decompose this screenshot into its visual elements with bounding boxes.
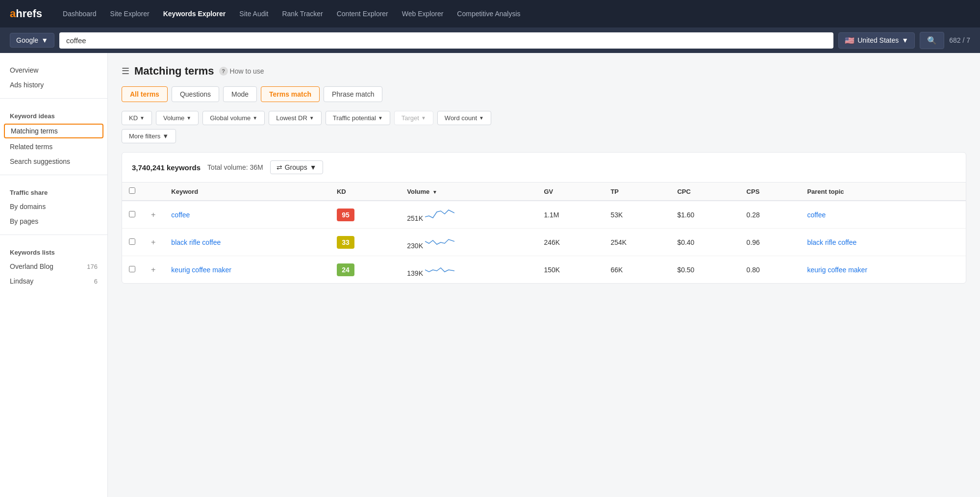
sidebar: Overview Ads history Keyword ideas Match… bbox=[0, 53, 108, 497]
main-content: ☰ Matching terms ? How to use All termsQ… bbox=[108, 53, 980, 497]
filter-btn-traffic-potential[interactable]: Traffic potential ▼ bbox=[326, 111, 390, 125]
tab-all-terms[interactable]: All terms bbox=[122, 86, 168, 102]
row-cps-cell: 0.28 bbox=[740, 201, 801, 229]
sparkline-chart bbox=[425, 214, 454, 222]
table-body: + coffee 95 251K 1.1M 53K $1.60 0.28 cof… bbox=[122, 201, 966, 283]
more-filters-chevron-icon: ▼ bbox=[162, 132, 169, 140]
more-filters-button[interactable]: More filters ▼ bbox=[122, 129, 176, 143]
nav-link-rank-tracker[interactable]: Rank Tracker bbox=[276, 6, 328, 22]
how-to-use-link[interactable]: ? How to use bbox=[219, 67, 264, 76]
nav-link-site-explorer[interactable]: Site Explorer bbox=[104, 6, 155, 22]
row-parent-topic-cell: black rifle coffee bbox=[800, 229, 966, 256]
sidebar-divider-2 bbox=[0, 175, 107, 175]
th-tp: TP bbox=[603, 183, 670, 201]
tab-mode[interactable]: Mode bbox=[223, 86, 257, 102]
hamburger-icon[interactable]: ☰ bbox=[122, 66, 129, 77]
row-checkbox[interactable] bbox=[129, 211, 135, 217]
sidebar-item-by-pages[interactable]: By pages bbox=[0, 214, 107, 229]
th-volume[interactable]: Volume ▼ bbox=[400, 183, 537, 201]
search-button[interactable]: 🔍 bbox=[920, 32, 944, 49]
engine-label: Google bbox=[16, 36, 38, 44]
groups-button[interactable]: ⇄ Groups ▼ bbox=[270, 160, 323, 174]
nav-link-web-explorer[interactable]: Web Explorer bbox=[396, 6, 450, 22]
sidebar-section-traffic-share: Traffic share bbox=[0, 181, 107, 199]
parent-topic-link[interactable]: keurig coffee maker bbox=[807, 266, 867, 274]
total-volume: Total volume: 36M bbox=[207, 163, 263, 171]
search-input-wrap bbox=[59, 32, 833, 49]
table-row: + coffee 95 251K 1.1M 53K $1.60 0.28 cof… bbox=[122, 201, 966, 229]
row-cpc-cell: $0.50 bbox=[670, 256, 739, 284]
nav-link-site-audit[interactable]: Site Audit bbox=[233, 6, 274, 22]
nav-link-dashboard[interactable]: Dashboard bbox=[57, 6, 102, 22]
row-cpc-cell: $0.40 bbox=[670, 229, 739, 256]
filter-chevron-icon: ▼ bbox=[378, 115, 383, 121]
sidebar-item-lindsay[interactable]: Lindsay 6 bbox=[0, 274, 107, 288]
tab-terms-match[interactable]: Terms match bbox=[261, 86, 320, 102]
row-gv-cell: 1.1M bbox=[537, 201, 603, 229]
engine-dropdown[interactable]: Google ▼ bbox=[10, 33, 54, 48]
volume-value: 251K bbox=[407, 214, 423, 222]
help-circle-icon: ? bbox=[219, 67, 228, 76]
parent-topic-link[interactable]: coffee bbox=[807, 211, 826, 219]
row-keyword-cell: coffee bbox=[164, 201, 330, 229]
row-volume-cell: 251K bbox=[400, 201, 537, 229]
logo[interactable]: ahrefs bbox=[10, 7, 42, 20]
row-checkbox-cell bbox=[122, 201, 142, 229]
sidebar-item-search-suggestions[interactable]: Search suggestions bbox=[0, 154, 107, 169]
country-label: United States bbox=[857, 36, 899, 44]
select-all-checkbox[interactable] bbox=[129, 187, 135, 194]
volume-value: 139K bbox=[407, 269, 423, 277]
kd-badge: 95 bbox=[337, 209, 354, 221]
sidebar-item-by-domains[interactable]: By domains bbox=[0, 199, 107, 214]
sidebar-section-keywords-lists: Keywords lists bbox=[0, 241, 107, 259]
sidebar-section-keyword-ideas: Keyword ideas bbox=[0, 105, 107, 123]
sparkline-chart bbox=[425, 242, 454, 250]
sidebar-item-ads-history[interactable]: Ads history bbox=[0, 78, 107, 92]
tab-questions[interactable]: Questions bbox=[172, 86, 219, 102]
row-tp-cell: 254K bbox=[603, 229, 670, 256]
keyword-link[interactable]: black rifle coffee bbox=[171, 238, 221, 246]
keyword-link[interactable]: coffee bbox=[171, 211, 190, 219]
row-checkbox[interactable] bbox=[129, 238, 135, 245]
sidebar-item-overland-blog[interactable]: Overland Blog 176 bbox=[0, 259, 107, 274]
keywords-table: Keyword KD Volume ▼ GV TP CPC CPS Parent… bbox=[122, 183, 966, 283]
more-filters-label: More filters bbox=[129, 132, 160, 140]
add-keyword-button[interactable]: + bbox=[149, 238, 157, 246]
row-tp-cell: 66K bbox=[603, 256, 670, 284]
add-keyword-button[interactable]: + bbox=[149, 265, 157, 274]
sidebar-item-matching-terms[interactable]: Matching terms bbox=[4, 124, 103, 138]
filter-chevron-icon: ▼ bbox=[421, 115, 426, 121]
row-keyword-cell: keurig coffee maker bbox=[164, 256, 330, 284]
nav-link-competitive-analysis[interactable]: Competitive Analysis bbox=[451, 6, 526, 22]
row-tp-cell: 53K bbox=[603, 201, 670, 229]
add-keyword-button[interactable]: + bbox=[149, 210, 157, 219]
th-plus bbox=[142, 183, 164, 201]
row-checkbox[interactable] bbox=[129, 266, 135, 272]
filter-chevron-icon: ▼ bbox=[479, 115, 484, 121]
results-count: 682 / 7 bbox=[949, 36, 970, 44]
filter-btn-lowest-dr[interactable]: Lowest DR ▼ bbox=[269, 111, 321, 125]
sidebar-item-overview[interactable]: Overview bbox=[0, 63, 107, 78]
sidebar-item-related-terms[interactable]: Related terms bbox=[0, 139, 107, 154]
nav-link-content-explorer[interactable]: Content Explorer bbox=[331, 6, 394, 22]
tab-phrase-match[interactable]: Phrase match bbox=[324, 86, 382, 102]
filter-chevron-icon: ▼ bbox=[252, 115, 257, 121]
groups-chevron-icon: ▼ bbox=[310, 163, 317, 171]
row-kd-cell: 95 bbox=[330, 201, 400, 229]
nav-link-keywords-explorer[interactable]: Keywords Explorer bbox=[157, 6, 232, 22]
row-volume-cell: 139K bbox=[400, 256, 537, 284]
engine-chevron-icon: ▼ bbox=[41, 36, 48, 44]
search-input[interactable] bbox=[59, 32, 833, 49]
country-selector[interactable]: 🇺🇸 United States ▼ bbox=[838, 32, 915, 49]
filter-btn-word-count[interactable]: Word count ▼ bbox=[437, 111, 491, 125]
keyword-link[interactable]: keurig coffee maker bbox=[171, 266, 231, 274]
filter-btn-global-volume[interactable]: Global volume ▼ bbox=[202, 111, 265, 125]
th-checkbox bbox=[122, 183, 142, 201]
filter-btn-target[interactable]: Target ▼ bbox=[394, 111, 433, 125]
filter-btn-kd[interactable]: KD ▼ bbox=[122, 111, 152, 125]
parent-topic-link[interactable]: black rifle coffee bbox=[807, 238, 856, 246]
nav-links: DashboardSite ExplorerKeywords ExplorerS… bbox=[57, 6, 970, 22]
filter-btn-volume[interactable]: Volume ▼ bbox=[156, 111, 199, 125]
filter-chevron-icon: ▼ bbox=[140, 115, 145, 121]
more-filters-row: More filters ▼ bbox=[122, 129, 966, 143]
